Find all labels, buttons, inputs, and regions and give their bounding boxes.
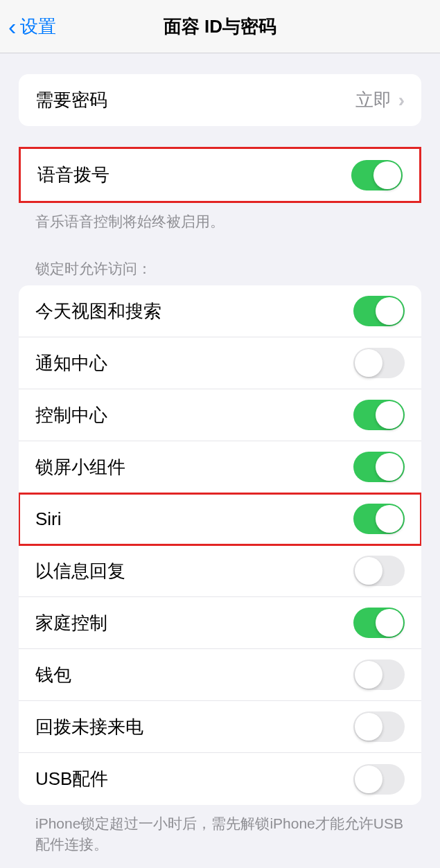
notification-center-row: 通知中心 — [19, 337, 421, 389]
callback-label: 回拨未接来电 — [35, 715, 143, 739]
back-label: 设置 — [20, 15, 56, 39]
voice-dial-toggle[interactable] — [351, 160, 403, 191]
callback-toggle[interactable] — [353, 711, 405, 742]
usb-footer: iPhone锁定超过一小时后，需先解锁iPhone才能允许USB 配件连接。 — [19, 805, 421, 854]
notification-center-toggle[interactable] — [353, 348, 405, 378]
wallet-row: 钱包 — [19, 649, 421, 701]
back-chevron-icon: ‹ — [8, 13, 16, 40]
home-control-toggle[interactable] — [353, 608, 405, 638]
reply-message-row: 以信息回复 — [19, 545, 421, 597]
require-passcode-value: 立即 — [355, 88, 391, 112]
lock-widgets-toggle[interactable] — [353, 452, 405, 482]
home-control-row: 家庭控制 — [19, 597, 421, 649]
require-passcode-row[interactable]: 需要密码 立即 › — [19, 74, 421, 126]
usb-toggle[interactable] — [353, 764, 405, 795]
control-center-row: 控制中心 — [19, 389, 421, 441]
voice-dial-footer: 音乐语音控制将始终被启用。 — [19, 203, 421, 231]
allow-access-section: 今天视图和搜索 通知中心 控制中心 锁屏小组件 Siri 以信息回复 家庭控制 — [19, 285, 421, 805]
reply-message-label: 以信息回复 — [35, 559, 125, 583]
lock-widgets-label: 锁屏小组件 — [35, 455, 125, 479]
siri-toggle[interactable] — [353, 504, 405, 534]
wallet-toggle[interactable] — [353, 659, 405, 690]
voice-dial-section: 语音拨号 — [19, 147, 421, 203]
home-control-label: 家庭控制 — [35, 611, 107, 635]
control-center-label: 控制中心 — [35, 403, 107, 427]
reply-message-toggle[interactable] — [353, 556, 405, 586]
wallet-label: 钱包 — [35, 663, 71, 687]
today-view-label: 今天视图和搜索 — [35, 299, 161, 324]
voice-dial-label: 语音拨号 — [37, 163, 109, 187]
siri-label: Siri — [35, 508, 62, 530]
require-passcode-label: 需要密码 — [35, 88, 107, 112]
require-passcode-value-wrap: 立即 › — [355, 88, 405, 112]
usb-row: USB配件 — [19, 753, 421, 805]
back-button[interactable]: ‹ 设置 — [8, 13, 56, 40]
notification-center-label: 通知中心 — [35, 351, 107, 375]
today-view-row: 今天视图和搜索 — [19, 285, 421, 337]
navigation-bar: ‹ 设置 面容 ID与密码 — [0, 0, 440, 53]
siri-row: Siri — [19, 493, 421, 545]
control-center-toggle[interactable] — [353, 400, 405, 430]
allow-access-header: 锁定时允许访问： — [19, 259, 421, 285]
require-passcode-section: 需要密码 立即 › — [19, 74, 421, 126]
chevron-right-icon: › — [398, 89, 405, 112]
usb-label: USB配件 — [35, 767, 108, 791]
page-title: 面容 ID与密码 — [164, 15, 276, 39]
callback-row: 回拨未接来电 — [19, 701, 421, 753]
lock-widgets-row: 锁屏小组件 — [19, 441, 421, 493]
voice-dial-row: 语音拨号 — [21, 149, 419, 201]
today-view-toggle[interactable] — [353, 296, 405, 326]
